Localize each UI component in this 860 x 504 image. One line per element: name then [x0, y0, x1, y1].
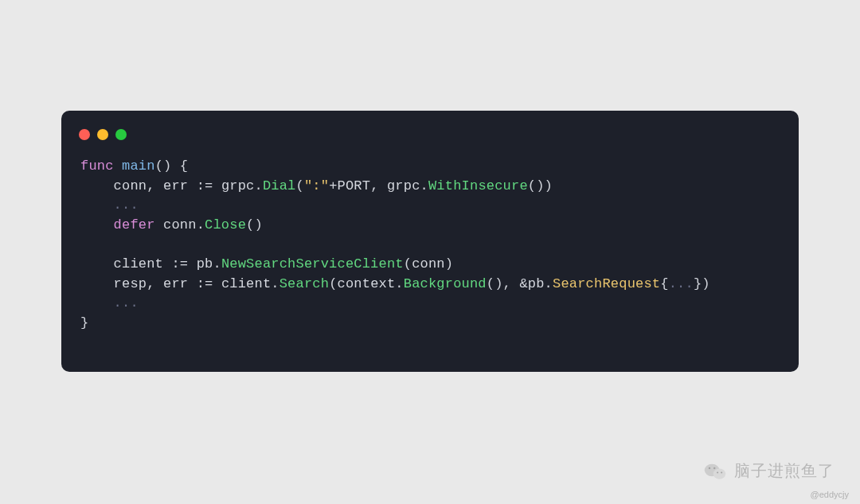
code-token — [213, 178, 221, 193]
code-token — [163, 256, 171, 272]
code-token: ":" — [304, 178, 329, 193]
minimize-icon[interactable] — [97, 129, 108, 140]
code-token — [188, 256, 196, 272]
code-token: . — [420, 178, 428, 193]
code-token: ) — [445, 256, 453, 272]
watermark-text: 脑子进煎鱼了 — [734, 460, 835, 482]
code-token: . — [254, 178, 262, 193]
code-token: ( — [329, 276, 337, 291]
watermark-handle: @eddycjy — [811, 490, 849, 499]
code-token: () — [246, 217, 263, 232]
code-token: , — [147, 178, 163, 193]
code-token — [80, 295, 114, 311]
code-token: conn — [163, 217, 197, 232]
svg-point-3 — [713, 467, 715, 468]
wechat-icon — [704, 462, 726, 481]
code-token: , — [147, 276, 163, 291]
code-token: conn — [114, 178, 147, 193]
code-token: NewSearchServiceClient — [221, 256, 404, 272]
code-token: grpc — [221, 178, 255, 193]
svg-point-2 — [709, 467, 710, 468]
code-token: grpc — [387, 178, 420, 193]
code-token: ... — [669, 276, 694, 291]
code-token: + — [329, 178, 337, 193]
code-token: ... — [114, 295, 139, 311]
code-token: pb — [528, 276, 545, 291]
maximize-icon[interactable] — [115, 129, 127, 140]
code-token: (), — [487, 276, 520, 291]
code-token: Close — [205, 217, 246, 232]
code-token: resp — [114, 276, 147, 291]
window-controls — [61, 111, 799, 143]
code-token: err — [163, 276, 188, 291]
code-token: . — [395, 276, 403, 291]
code-token: } — [80, 315, 88, 330]
code-token: . — [197, 217, 205, 232]
svg-point-1 — [713, 468, 726, 479]
code-token: ()) — [528, 178, 553, 193]
code-token: err — [163, 178, 188, 193]
code-token: defer — [114, 217, 155, 232]
code-token: . — [271, 276, 279, 291]
code-token: Background — [404, 276, 487, 291]
code-token: ( — [404, 256, 412, 272]
code-token: Search — [280, 276, 329, 291]
code-window: func main() { conn, err := grpc.Dial(":"… — [61, 111, 799, 372]
code-token: := — [171, 256, 188, 272]
code-token: ( — [296, 178, 304, 193]
code-token: }) — [694, 276, 710, 291]
code-token: func — [80, 158, 114, 174]
code-token — [80, 217, 114, 232]
code-token: { — [660, 276, 668, 291]
code-token: := — [197, 178, 213, 193]
svg-point-5 — [721, 471, 722, 473]
close-icon[interactable] — [79, 129, 90, 140]
code-token: conn — [412, 256, 445, 272]
code-token: := — [197, 276, 213, 291]
code-token — [155, 217, 163, 232]
svg-point-4 — [717, 471, 718, 473]
code-token — [80, 276, 114, 291]
code-token: , — [370, 178, 387, 193]
code-token: SearchRequest — [553, 276, 660, 291]
code-token — [80, 256, 114, 272]
code-token: Dial — [263, 178, 296, 193]
code-token — [213, 276, 221, 291]
code-token: ... — [114, 197, 139, 213]
code-token: PORT — [338, 178, 371, 193]
code-token: client — [221, 276, 271, 291]
code-token — [80, 178, 114, 193]
code-token: context — [338, 276, 396, 291]
code-token — [188, 178, 196, 193]
code-token: pb — [197, 256, 213, 272]
code-token: . — [213, 256, 221, 272]
code-token: client — [114, 256, 163, 272]
code-token — [188, 276, 196, 291]
code-token: main — [122, 158, 155, 174]
code-token — [80, 197, 114, 213]
watermark: 脑子进煎鱼了 — [704, 460, 835, 482]
code-token: () { — [155, 158, 189, 174]
code-token: . — [545, 276, 553, 291]
code-token — [114, 158, 122, 174]
code-token: WithInsecure — [428, 178, 528, 193]
code-block: func main() { conn, err := grpc.Dial(":"… — [61, 143, 799, 353]
code-token: & — [519, 276, 527, 291]
